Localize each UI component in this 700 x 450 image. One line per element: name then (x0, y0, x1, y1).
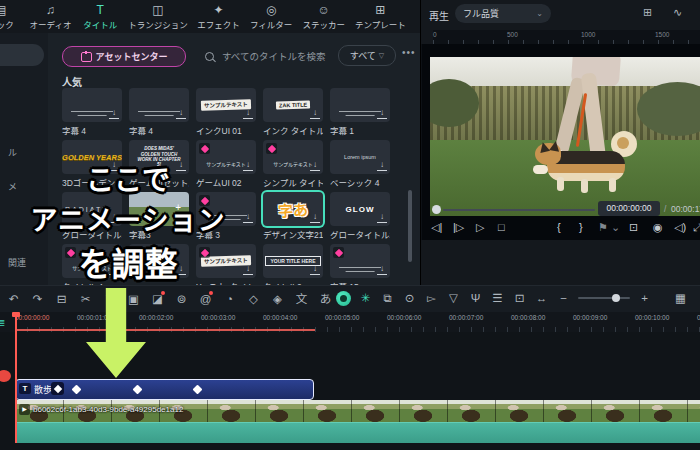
keyframe-icon[interactable]: ◇ (246, 290, 261, 308)
stop-icon[interactable]: □ (498, 221, 505, 233)
download-icon[interactable]: ↓ (377, 109, 387, 119)
download-icon[interactable]: ↓ (377, 265, 387, 275)
edit-list-icon[interactable]: ☰ (490, 289, 505, 307)
download-icon[interactable]: ↓ (176, 109, 186, 119)
color-match-icon[interactable]: ⊚ (174, 290, 189, 308)
snapshot-icon[interactable]: ⧉ (380, 289, 395, 307)
ai-avatar-button[interactable] (336, 291, 351, 306)
seek-handle[interactable] (432, 205, 441, 214)
template-card[interactable]: GOLDEN YEARS↓3Dゴールデンタイトル (62, 140, 122, 186)
volume-icon[interactable]: ◁) (674, 221, 686, 234)
download-icon[interactable]: ↓ (377, 161, 387, 171)
toolbar-tab-audio[interactable]: ♫オーディオ (31, 3, 70, 30)
download-icon[interactable]: ↓ (243, 109, 253, 119)
snapshot-camera-icon[interactable]: ◉ (653, 221, 663, 234)
display-icon[interactable]: ⊡ (629, 221, 638, 234)
zoom-out-icon[interactable]: − (556, 289, 571, 307)
keyframe-diamond[interactable] (133, 384, 143, 394)
mark-in-icon[interactable]: { (557, 221, 561, 233)
download-icon[interactable]: ↓ (243, 213, 253, 223)
video-clip[interactable]: ▶ b6062c6f-1ab3-40d3-9bde-a49295de1a12 (15, 400, 700, 422)
template-card[interactable]: サンプルテキスト↓タイトル 4 (62, 244, 122, 285)
expand-icon[interactable]: ⤢ (693, 221, 700, 234)
quality-dropdown[interactable]: フル品質 ⌄ (455, 4, 551, 23)
download-icon[interactable]: ↓ (377, 213, 387, 223)
template-card[interactable]: GLOW↓グロータイトル2 (330, 192, 390, 238)
seek-track[interactable] (443, 209, 595, 211)
template-card[interactable]: ↓字幕 1 (330, 88, 390, 134)
fit-timeline-icon[interactable]: ↔ (534, 289, 549, 307)
template-card[interactable]: Lorem ipsum↓ベーシック 4 (330, 140, 390, 186)
ai-audio-icon[interactable]: @ (198, 290, 213, 308)
zoom-slider-handle[interactable] (612, 294, 620, 302)
voiceover-mic-icon[interactable]: Ψ (468, 289, 483, 307)
mark-out-icon[interactable]: } (579, 221, 583, 233)
play-icon[interactable]: ▷ (476, 221, 484, 234)
shield-safe-icon[interactable]: ▽ (446, 289, 461, 307)
template-card[interactable]: +↓字幕3 (129, 192, 189, 238)
toolbar-tab-transition[interactable]: ◫トランジション (130, 3, 186, 30)
category-item[interactable]: 関連 (8, 256, 26, 269)
search-icon[interactable] (205, 52, 214, 61)
download-icon[interactable]: ↓ (176, 161, 186, 171)
category-item[interactable]: ル (8, 146, 17, 159)
toolbar-tab-sticker[interactable]: ☺ステッカー (304, 3, 344, 30)
download-icon[interactable]: ↓ (109, 265, 119, 275)
download-icon[interactable]: ↓ (109, 109, 119, 119)
panel-scrollbar[interactable] (408, 190, 412, 262)
template-card[interactable]: ↓字幕 4 (129, 88, 189, 134)
speed-icon[interactable]: ◔ (222, 290, 237, 308)
delete-icon[interactable]: ⊟ (54, 290, 69, 308)
download-icon[interactable]: ↓ (310, 265, 320, 275)
template-card[interactable]: YOUR TITLE HERE↓タイトル2 (263, 244, 323, 285)
download-icon[interactable]: ↓ (310, 161, 320, 171)
template-card[interactable]: Lorem ipsum↓ (129, 244, 189, 285)
keyframe-box-icon[interactable] (51, 382, 64, 395)
template-card[interactable]: 字あ↓デザイン文字21 (263, 192, 323, 238)
redo-icon[interactable]: ↷ (30, 290, 45, 308)
track-options-icon[interactable]: ≣ (0, 317, 5, 328)
timeline-zoom-slider[interactable] (578, 297, 630, 299)
category-selected-pill[interactable] (0, 44, 44, 66)
keyframe-diamond[interactable] (193, 384, 203, 394)
download-icon[interactable]: ↓ (176, 265, 186, 275)
toolbar-tab-effect[interactable]: ✦エフェクト (199, 3, 239, 30)
toolbar-tab-template[interactable]: ⊞テンプレート (357, 3, 404, 30)
template-card[interactable]: RADIATE↓グロータイトル1 (62, 192, 122, 238)
record-video-icon[interactable]: ⊙ (402, 289, 417, 307)
video-preview[interactable] (430, 57, 700, 216)
template-card[interactable]: DOES MIDAS' GOLDEN TOUCH WORK IN CHAPTER… (129, 140, 189, 186)
render-preview-icon[interactable]: ▻ (424, 289, 439, 307)
step-forward-icon[interactable]: |▷ (453, 221, 464, 234)
template-card[interactable]: サンプルテキスト↓ゲームUI 02 (196, 140, 256, 186)
toolbar-tab-title[interactable]: Tタイトル (83, 3, 117, 30)
download-icon[interactable]: ↓ (310, 213, 320, 223)
audio-waveform-bar[interactable] (15, 422, 700, 443)
category-item[interactable]: メ (8, 180, 17, 193)
template-card[interactable]: ↓字幕 4 (62, 88, 122, 134)
zoom-in-icon[interactable]: + (637, 289, 652, 307)
more-options-button[interactable]: ••• (402, 47, 416, 58)
template-card[interactable]: ↓字幕 3 (196, 192, 256, 238)
toolbar-tab-filter[interactable]: ◎フィルター (251, 3, 291, 30)
download-icon[interactable]: ↓ (243, 265, 253, 275)
search-input[interactable]: すべてのタイトルを検索 (222, 49, 325, 63)
keyframe-diamond[interactable] (72, 384, 82, 394)
ai-sparkle-icon[interactable]: ✳ (358, 289, 373, 307)
download-icon[interactable]: ↓ (109, 161, 119, 171)
toolbar-tab-stock[interactable]: ▤トック (0, 3, 18, 30)
template-card[interactable]: サンプルテキスト↓YouTubeタイトル 2 (196, 244, 256, 285)
track-manage-icon[interactable]: ▦ (673, 289, 688, 307)
playhead[interactable] (15, 312, 17, 443)
download-icon[interactable]: ↓ (310, 109, 320, 119)
split-scissors-icon[interactable]: ✂ (78, 290, 93, 308)
flag-marker-icon[interactable]: ⚑ (598, 221, 608, 234)
download-icon[interactable]: ↓ (109, 213, 119, 223)
download-icon[interactable]: ↓ (176, 213, 186, 223)
template-card[interactable]: ZAK TITLE↓インク タイトル 1 (263, 88, 323, 134)
layout-grid-icon[interactable]: ⊞ (643, 6, 652, 19)
download-icon[interactable]: ↓ (243, 161, 253, 171)
filter-all-dropdown[interactable]: すべて ▽ (338, 45, 396, 66)
mask-icon[interactable]: ◪ (150, 290, 165, 308)
auto-caption-icon[interactable]: 文 (294, 290, 309, 308)
